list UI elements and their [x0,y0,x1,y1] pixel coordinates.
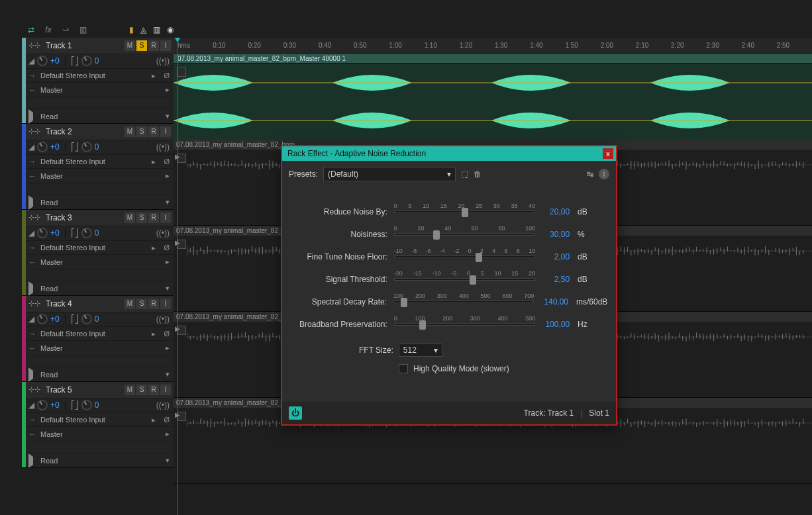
play-icon[interactable] [28,285,36,293]
output-routing[interactable]: Master [40,258,162,266]
pan-knob[interactable] [81,400,92,410]
pan-knob[interactable] [81,314,92,324]
automation-mode[interactable]: Read [40,285,162,293]
save-preset-icon[interactable]: ⬚̱ [461,169,468,179]
volume-value[interactable]: +0 [50,56,60,66]
input-monitor-button[interactable]: I [160,212,171,223]
preset-dropdown[interactable]: (Default)▾ [323,167,456,181]
volume-value[interactable]: +0 [50,228,60,238]
param-value[interactable]: 2,00 [542,252,570,261]
chevron-down-icon[interactable]: ▾ [166,456,174,465]
param-value[interactable]: 20,00 [542,207,570,216]
dialog-title[interactable]: Rack Effect - Adaptive Noise Reduction x [282,146,616,161]
tool-bars-icon[interactable]: ▥ [77,24,88,35]
play-icon[interactable] [28,371,36,379]
tool-trash-icon[interactable]: ▥ [153,25,160,34]
pan-value[interactable]: 0 [95,228,99,238]
param-slider[interactable]: 0100200300400500 [394,315,535,334]
volume-knob[interactable] [37,142,48,152]
param-slider[interactable]: 020406080100 [394,225,535,244]
pan-value[interactable]: 0 [95,56,99,66]
track-name[interactable]: Track 2 [46,127,119,136]
play-icon[interactable] [28,457,36,465]
mute-button[interactable]: M [125,126,135,137]
input-routing[interactable]: Default Stereo Input [40,416,148,424]
phase-icon[interactable]: Ø [164,416,174,424]
solo-button[interactable]: S [136,212,147,223]
hq-checkbox[interactable] [399,364,408,373]
input-monitor-button[interactable]: I [160,385,171,395]
pan-value[interactable]: 0 [95,142,99,152]
output-routing[interactable]: Master [40,172,162,180]
time-ruler[interactable]: hms0:100:200:300:400:501:001:101:201:301… [174,38,812,54]
chevron-right-icon[interactable]: ▸ [152,330,160,338]
stereo-icon[interactable]: ((•)) [156,142,174,152]
automation-mode[interactable]: Read [40,457,162,465]
solo-button[interactable]: S [136,40,147,51]
chevron-down-icon[interactable]: ▾ [166,370,174,379]
automation-mode[interactable]: Read [40,371,162,379]
input-monitor-button[interactable]: I [160,126,171,137]
phase-icon[interactable]: Ø [164,244,174,252]
track-name[interactable]: Track 5 [46,385,119,395]
input-routing[interactable]: Default Stereo Input [40,244,148,252]
chevron-down-icon[interactable]: ▾ [166,198,174,207]
chevron-right-icon[interactable]: ▸ [166,171,174,180]
mute-button[interactable]: M [125,40,135,51]
chevron-right-icon[interactable]: ▸ [166,258,174,266]
tool-marker-icon[interactable]: ⤻ [60,24,71,35]
param-slider[interactable]: 100200300400500600700 [393,293,534,311]
play-icon[interactable] [28,113,36,120]
sidechain-icon[interactable]: ↹ [587,169,593,179]
phase-icon[interactable]: Ø [164,158,174,165]
playhead[interactable] [178,38,178,515]
output-routing[interactable]: Master [40,86,162,94]
volume-knob[interactable] [37,228,48,238]
solo-button[interactable]: S [136,126,147,137]
pan-knob[interactable] [81,142,92,152]
clip-track-1[interactable]: 07.08.2013_my animal_master_82_bpm_Maste… [174,54,812,140]
input-monitor-button[interactable]: I [160,40,171,51]
param-slider[interactable]: -10-8-6-4-20246810 [394,248,535,266]
mute-button[interactable]: M [125,299,135,309]
chevron-down-icon[interactable]: ▾ [166,112,174,120]
volume-value[interactable]: +0 [50,314,60,324]
solo-button[interactable]: S [136,385,147,395]
chevron-right-icon[interactable]: ▸ [152,71,160,80]
record-button[interactable]: R [148,40,159,51]
stereo-icon[interactable]: ((•)) [156,314,174,324]
tool-snap-icon[interactable]: ◬ [140,25,146,34]
record-button[interactable]: R [148,126,159,137]
delete-preset-icon[interactable]: 🗑 [474,169,482,179]
track-name[interactable]: Track 1 [46,41,119,50]
chevron-right-icon[interactable]: ▸ [166,85,174,94]
pan-knob[interactable] [81,228,92,238]
automation-mode[interactable]: Read [40,113,162,120]
chevron-down-icon[interactable]: ▾ [166,284,174,293]
tool-multitrack-icon[interactable]: ⇄ [26,24,36,35]
mute-button[interactable]: M [125,212,135,223]
automation-mode[interactable]: Read [40,199,162,207]
track-name[interactable]: Track 3 [46,213,119,222]
chevron-right-icon[interactable]: ▸ [152,158,160,166]
chevron-right-icon[interactable]: ▸ [152,416,160,424]
stereo-icon[interactable]: ((•)) [156,400,174,410]
solo-button[interactable]: S [136,299,147,309]
track-name[interactable]: Track 4 [46,299,119,308]
stereo-icon[interactable]: ((•)) [156,56,174,66]
play-icon[interactable] [28,199,36,207]
close-button[interactable]: x [603,148,613,159]
volume-knob[interactable] [37,400,48,410]
pan-value[interactable]: 0 [95,400,99,410]
volume-value[interactable]: +0 [50,400,60,410]
clip-fade-handle-icon[interactable] [177,68,186,77]
tool-highlighter-icon[interactable]: ▮ [129,25,134,34]
output-routing[interactable]: Master [40,430,162,438]
chevron-right-icon[interactable]: ▸ [152,244,160,252]
pan-value[interactable]: 0 [95,314,99,324]
input-monitor-button[interactable]: I [160,299,171,309]
phase-icon[interactable]: Ø [164,71,174,79]
pan-knob[interactable] [81,56,92,66]
input-routing[interactable]: Default Stereo Input [40,330,148,338]
param-slider[interactable]: 0510152025303540 [394,203,535,221]
